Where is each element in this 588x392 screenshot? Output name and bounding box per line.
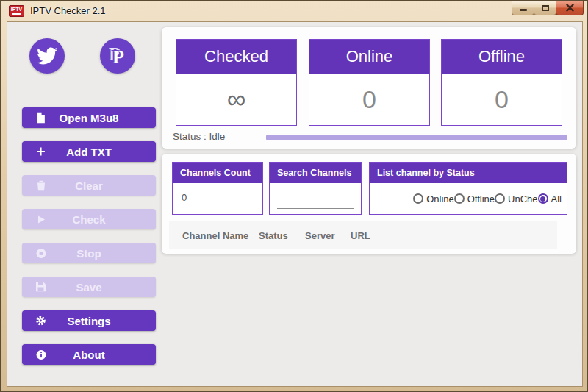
- title-bar[interactable]: IPTV IPTV Checker 2.1: [1, 1, 587, 21]
- close-button[interactable]: [556, 1, 584, 15]
- status-filter-options: Online Offline UnChe All: [370, 183, 567, 214]
- checked-stat-value: ∞: [176, 74, 296, 125]
- save-icon: [35, 282, 46, 293]
- stop-button[interactable]: Stop: [22, 243, 156, 263]
- app-logo-text: IPTV: [11, 7, 23, 12]
- col-status: Status: [259, 230, 305, 241]
- col-channel-name: Channel Name: [182, 230, 259, 241]
- info-icon: [35, 349, 46, 360]
- about-label: About: [73, 349, 104, 361]
- col-url: URL: [351, 230, 370, 241]
- twitter-icon: [37, 46, 57, 66]
- channels-count-value: 0: [173, 183, 262, 203]
- open-m3u8-label: Open M3u8: [60, 112, 119, 124]
- window-title: IPTV Checker 2.1: [30, 1, 106, 21]
- radio-offline-label: Offline: [467, 193, 495, 204]
- play-icon: [35, 214, 46, 225]
- progress-bar: [266, 135, 567, 140]
- channel-table-header: Channel Name Status Server URL: [169, 221, 557, 249]
- window-controls: [512, 1, 584, 15]
- file-icon: [35, 113, 46, 124]
- checked-stat-label: Checked: [176, 40, 296, 74]
- offline-stat-box: Offline 0: [441, 39, 562, 126]
- channels-count-title: Channels Count: [173, 163, 262, 183]
- save-label: Save: [76, 281, 101, 293]
- maximize-button[interactable]: [534, 1, 556, 15]
- open-m3u8-button[interactable]: Open M3u8: [22, 107, 156, 128]
- status-filter-title: List channel by Status: [370, 163, 567, 183]
- radio-unchecked-icon: [495, 193, 505, 204]
- status-filter-panel: List channel by Status Online Offline: [369, 162, 567, 215]
- online-stat-label: Online: [309, 40, 429, 74]
- radio-offline-icon: [454, 193, 465, 204]
- radio-offline[interactable]: Offline: [454, 193, 495, 204]
- about-button[interactable]: About: [22, 344, 156, 365]
- radio-all-label: All: [551, 193, 562, 204]
- channels-card: Channels Count 0 Search Channels List ch…: [162, 154, 576, 254]
- offline-stat-value: 0: [442, 74, 562, 125]
- radio-all[interactable]: All: [538, 193, 562, 204]
- online-stat-box: Online 0: [309, 39, 430, 126]
- add-txt-button[interactable]: Add TXT: [22, 141, 156, 162]
- search-channels-title: Search Channels: [270, 163, 361, 183]
- checked-stat-box: Checked ∞: [176, 39, 297, 126]
- app-logo-bar: [12, 13, 21, 15]
- clear-button[interactable]: Clear: [22, 175, 156, 196]
- paypal-link[interactable]: PP: [100, 38, 135, 74]
- client-area: PP Open M3u8 Add TXT Clear: [7, 21, 583, 387]
- radio-online-icon: [413, 193, 423, 204]
- radio-unchecked[interactable]: UnChe: [495, 193, 537, 204]
- col-server: Server: [305, 230, 351, 241]
- settings-button[interactable]: Settings: [22, 310, 156, 331]
- trash-icon: [35, 180, 46, 191]
- stats-card: Checked ∞ Online 0 Offline 0 Status : Id…: [162, 27, 576, 149]
- minimize-icon: [520, 9, 527, 11]
- online-stat-value: 0: [309, 74, 429, 125]
- status-text: Status : Idle: [173, 131, 225, 142]
- maximize-icon: [542, 5, 549, 11]
- clear-label: Clear: [75, 179, 103, 192]
- stop-label: Stop: [76, 247, 101, 260]
- app-window: IPTV IPTV Checker 2.1: [0, 0, 588, 392]
- app-logo-icon: IPTV: [9, 5, 24, 17]
- offline-stat-label: Offline: [442, 40, 562, 74]
- twitter-link[interactable]: [29, 38, 65, 74]
- paypal-icon: PP: [107, 44, 129, 68]
- radio-online-label: Online: [426, 193, 454, 204]
- window-frame: IPTV IPTV Checker 2.1: [0, 0, 588, 392]
- close-icon: [566, 4, 574, 12]
- radio-all-icon: [538, 193, 548, 204]
- radio-unchecked-label: UnChe: [508, 193, 537, 204]
- settings-label: Settings: [67, 315, 110, 327]
- stop-icon: [35, 248, 46, 259]
- save-button[interactable]: Save: [22, 277, 156, 297]
- channels-count-panel: Channels Count 0: [172, 162, 263, 215]
- minimize-button[interactable]: [512, 1, 534, 15]
- plus-icon: [35, 146, 46, 157]
- check-button[interactable]: Check: [22, 209, 156, 229]
- search-input[interactable]: [277, 196, 354, 209]
- add-txt-label: Add TXT: [66, 146, 112, 158]
- radio-online[interactable]: Online: [413, 193, 454, 204]
- check-label: Check: [72, 213, 105, 226]
- search-channels-panel: Search Channels: [269, 162, 362, 215]
- gear-icon: [35, 316, 46, 327]
